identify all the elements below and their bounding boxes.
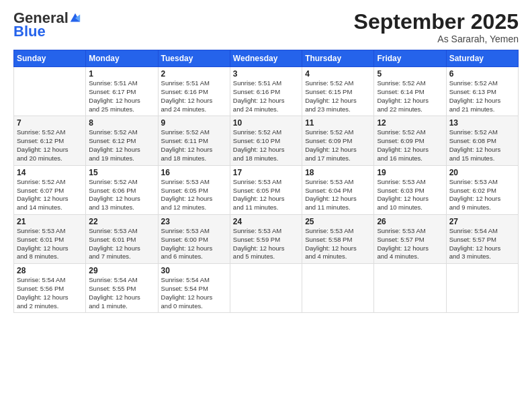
table-row: 26Sunrise: 5:53 AMSunset: 5:57 PMDayligh… bbox=[374, 214, 446, 263]
day-info: Sunrise: 5:52 AMSunset: 6:15 PMDaylight:… bbox=[305, 79, 371, 113]
table-row: 27Sunrise: 5:54 AMSunset: 5:57 PMDayligh… bbox=[446, 214, 518, 263]
day-number: 19 bbox=[377, 168, 443, 177]
table-row: 8Sunrise: 5:52 AMSunset: 6:12 PMDaylight… bbox=[86, 116, 158, 165]
day-info: Sunrise: 5:52 AMSunset: 6:13 PMDaylight:… bbox=[449, 79, 515, 113]
table-row: 3Sunrise: 5:51 AMSunset: 6:16 PMDaylight… bbox=[230, 67, 302, 116]
col-tuesday: Tuesday bbox=[158, 50, 230, 67]
logo-blue: Blue bbox=[13, 24, 46, 40]
col-sunday: Sunday bbox=[14, 50, 86, 67]
table-row: 30Sunrise: 5:54 AMSunset: 5:54 PMDayligh… bbox=[158, 264, 230, 313]
day-info: Sunrise: 5:53 AMSunset: 6:05 PMDaylight:… bbox=[161, 178, 227, 212]
day-number: 12 bbox=[377, 118, 443, 128]
table-row: 1Sunrise: 5:51 AMSunset: 6:17 PMDaylight… bbox=[86, 67, 158, 116]
day-number: 11 bbox=[305, 118, 371, 128]
day-number: 30 bbox=[161, 266, 227, 275]
title-block: September 2025 As Sararah, Yemen bbox=[354, 10, 519, 44]
day-number: 25 bbox=[305, 217, 371, 226]
table-row: 16Sunrise: 5:53 AMSunset: 6:05 PMDayligh… bbox=[158, 165, 230, 214]
day-info: Sunrise: 5:52 AMSunset: 6:08 PMDaylight:… bbox=[449, 128, 515, 163]
day-info: Sunrise: 5:53 AMSunset: 5:57 PMDaylight:… bbox=[377, 227, 443, 261]
day-number: 27 bbox=[449, 217, 515, 226]
calendar-table: Sunday Monday Tuesday Wednesday Thursday… bbox=[13, 50, 519, 313]
day-info: Sunrise: 5:52 AMSunset: 6:12 PMDaylight:… bbox=[17, 128, 83, 163]
table-row: 23Sunrise: 5:53 AMSunset: 6:00 PMDayligh… bbox=[158, 214, 230, 263]
day-number: 29 bbox=[89, 266, 154, 275]
day-number: 18 bbox=[305, 168, 371, 177]
day-number: 26 bbox=[377, 217, 443, 226]
day-info: Sunrise: 5:53 AMSunset: 6:04 PMDaylight:… bbox=[305, 178, 371, 212]
col-friday: Friday bbox=[374, 50, 446, 67]
day-info: Sunrise: 5:54 AMSunset: 5:55 PMDaylight:… bbox=[89, 276, 154, 310]
table-row: 7Sunrise: 5:52 AMSunset: 6:12 PMDaylight… bbox=[14, 116, 86, 165]
table-row bbox=[374, 264, 446, 313]
day-number: 23 bbox=[161, 217, 227, 226]
table-row: 28Sunrise: 5:54 AMSunset: 5:56 PMDayligh… bbox=[14, 264, 86, 313]
day-number: 14 bbox=[17, 168, 83, 177]
day-number: 3 bbox=[233, 69, 299, 79]
calendar-header-row: Sunday Monday Tuesday Wednesday Thursday… bbox=[14, 50, 519, 67]
day-number: 28 bbox=[17, 266, 83, 275]
table-row: 24Sunrise: 5:53 AMSunset: 5:59 PMDayligh… bbox=[230, 214, 302, 263]
day-info: Sunrise: 5:52 AMSunset: 6:10 PMDaylight:… bbox=[233, 128, 299, 163]
table-row: 19Sunrise: 5:53 AMSunset: 6:03 PMDayligh… bbox=[374, 165, 446, 214]
day-info: Sunrise: 5:53 AMSunset: 5:58 PMDaylight:… bbox=[305, 227, 371, 261]
day-number: 21 bbox=[17, 217, 83, 226]
page: General Blue September 2025 As Sararah, … bbox=[0, 0, 532, 411]
day-info: Sunrise: 5:54 AMSunset: 5:54 PMDaylight:… bbox=[161, 276, 227, 310]
day-info: Sunrise: 5:52 AMSunset: 6:12 PMDaylight:… bbox=[89, 128, 154, 163]
day-info: Sunrise: 5:53 AMSunset: 6:03 PMDaylight:… bbox=[377, 178, 443, 212]
header: General Blue September 2025 As Sararah, … bbox=[13, 10, 519, 44]
day-info: Sunrise: 5:53 AMSunset: 6:01 PMDaylight:… bbox=[17, 227, 83, 261]
location-subtitle: As Sararah, Yemen bbox=[354, 34, 519, 44]
col-saturday: Saturday bbox=[446, 50, 518, 67]
day-number: 16 bbox=[161, 168, 227, 177]
day-info: Sunrise: 5:53 AMSunset: 5:59 PMDaylight:… bbox=[233, 227, 299, 261]
day-info: Sunrise: 5:52 AMSunset: 6:14 PMDaylight:… bbox=[377, 79, 443, 113]
table-row: 6Sunrise: 5:52 AMSunset: 6:13 PMDaylight… bbox=[446, 67, 518, 116]
day-info: Sunrise: 5:54 AMSunset: 5:57 PMDaylight:… bbox=[449, 227, 515, 261]
col-monday: Monday bbox=[86, 50, 158, 67]
day-number: 6 bbox=[449, 69, 515, 79]
day-info: Sunrise: 5:53 AMSunset: 6:00 PMDaylight:… bbox=[161, 227, 227, 261]
day-number: 22 bbox=[89, 217, 154, 226]
day-info: Sunrise: 5:54 AMSunset: 5:56 PMDaylight:… bbox=[17, 276, 83, 310]
table-row: 15Sunrise: 5:52 AMSunset: 6:06 PMDayligh… bbox=[86, 165, 158, 214]
table-row bbox=[446, 264, 518, 313]
day-info: Sunrise: 5:52 AMSunset: 6:09 PMDaylight:… bbox=[305, 128, 371, 163]
day-number: 2 bbox=[161, 69, 227, 79]
day-number: 9 bbox=[161, 118, 227, 128]
day-info: Sunrise: 5:51 AMSunset: 6:16 PMDaylight:… bbox=[161, 79, 227, 113]
logo: General Blue bbox=[13, 10, 81, 40]
day-number: 1 bbox=[89, 69, 154, 79]
table-row: 2Sunrise: 5:51 AMSunset: 6:16 PMDaylight… bbox=[158, 67, 230, 116]
table-row: 9Sunrise: 5:52 AMSunset: 6:11 PMDaylight… bbox=[158, 116, 230, 165]
day-number: 20 bbox=[449, 168, 515, 177]
col-thursday: Thursday bbox=[302, 50, 374, 67]
day-info: Sunrise: 5:52 AMSunset: 6:06 PMDaylight:… bbox=[89, 178, 154, 212]
day-info: Sunrise: 5:52 AMSunset: 6:07 PMDaylight:… bbox=[17, 178, 83, 212]
table-row bbox=[14, 67, 86, 116]
table-row: 13Sunrise: 5:52 AMSunset: 6:08 PMDayligh… bbox=[446, 116, 518, 165]
table-row: 10Sunrise: 5:52 AMSunset: 6:10 PMDayligh… bbox=[230, 116, 302, 165]
table-row: 11Sunrise: 5:52 AMSunset: 6:09 PMDayligh… bbox=[302, 116, 374, 165]
table-row: 14Sunrise: 5:52 AMSunset: 6:07 PMDayligh… bbox=[14, 165, 86, 214]
table-row bbox=[230, 264, 302, 313]
day-number: 10 bbox=[233, 118, 299, 128]
day-number: 5 bbox=[377, 69, 443, 79]
logo-icon bbox=[69, 12, 81, 24]
day-number: 24 bbox=[233, 217, 299, 226]
day-number: 7 bbox=[17, 118, 83, 128]
table-row: 21Sunrise: 5:53 AMSunset: 6:01 PMDayligh… bbox=[14, 214, 86, 263]
table-row: 20Sunrise: 5:53 AMSunset: 6:02 PMDayligh… bbox=[446, 165, 518, 214]
table-row: 25Sunrise: 5:53 AMSunset: 5:58 PMDayligh… bbox=[302, 214, 374, 263]
day-number: 17 bbox=[233, 168, 299, 177]
table-row: 5Sunrise: 5:52 AMSunset: 6:14 PMDaylight… bbox=[374, 67, 446, 116]
table-row: 12Sunrise: 5:52 AMSunset: 6:09 PMDayligh… bbox=[374, 116, 446, 165]
day-info: Sunrise: 5:53 AMSunset: 6:02 PMDaylight:… bbox=[449, 178, 515, 212]
table-row: 4Sunrise: 5:52 AMSunset: 6:15 PMDaylight… bbox=[302, 67, 374, 116]
day-number: 13 bbox=[449, 118, 515, 128]
day-info: Sunrise: 5:53 AMSunset: 6:05 PMDaylight:… bbox=[233, 178, 299, 212]
day-number: 15 bbox=[89, 168, 154, 177]
day-info: Sunrise: 5:51 AMSunset: 6:16 PMDaylight:… bbox=[233, 79, 299, 113]
day-info: Sunrise: 5:53 AMSunset: 6:01 PMDaylight:… bbox=[89, 227, 154, 261]
